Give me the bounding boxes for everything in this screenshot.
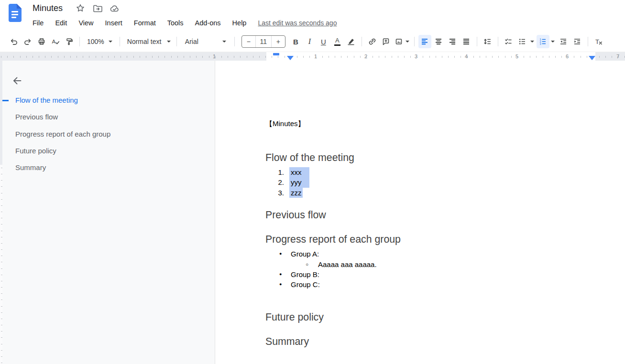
undo-button[interactable] [7,35,20,48]
add-comment-button[interactable] [380,35,393,48]
outline-item-progress-report-of-each-group[interactable]: Progress report of each group [15,130,205,139]
vertical-ruler [0,61,2,364]
outline-item-future-policy[interactable]: Future policy [15,147,205,155]
vertical-ruler-margin [0,61,2,165]
svg-text:A: A [52,39,55,44]
checklist-button[interactable] [502,35,515,48]
numbered-list-item[interactable]: 1.xxx [265,167,600,177]
clear-formatting-button[interactable]: T [592,35,605,48]
right-indent-marker[interactable] [589,56,595,60]
zoom-select[interactable]: 100% [83,35,116,48]
svg-text:T: T [595,38,599,45]
decrease-indent-button[interactable] [557,35,570,48]
increase-indent-button[interactable] [571,35,584,48]
bullet-list-item[interactable]: ●Group B: [265,269,600,279]
highlight-color-button[interactable] [345,35,358,48]
menu-add-ons[interactable]: Add-ons [195,19,221,27]
selected-list-text: yyy [289,177,309,187]
toolbar-divider [588,37,588,46]
redo-button[interactable] [21,35,34,48]
toolbar-divider [414,37,415,46]
google-docs-icon[interactable] [8,4,22,22]
menu-format[interactable]: Format [134,19,156,27]
chevron-down-icon[interactable] [530,41,534,43]
font-family-value: Arial [185,38,198,45]
italic-button[interactable]: I [303,35,316,48]
menu-view[interactable]: View [78,19,93,27]
heading-future-policy[interactable]: Future policy [265,311,600,324]
list-number: 3. [265,188,284,198]
bulleted-list-button[interactable] [516,35,529,48]
bullet-list-item[interactable]: ○Aaaaa aaa aaaaa. [265,259,600,269]
bullet-marker-icon: ● [279,269,282,279]
insert-link-button[interactable] [366,35,379,48]
align-right-button[interactable] [446,35,459,48]
outline-sidebar: Flow of the meetingPrevious flowProgress… [0,61,215,364]
increase-font-size-button[interactable]: + [272,36,285,47]
align-left-button[interactable] [418,35,431,48]
bullet-list-item[interactable]: ●Group C: [265,279,600,289]
last-edit-status[interactable]: Last edit was seconds ago [258,19,337,27]
numbered-list-item[interactable]: 2.yyy [265,177,600,187]
document-title[interactable]: Minutes [33,3,63,13]
toolbar-divider [176,37,177,46]
close-outline-button[interactable] [11,75,23,86]
outline-item-summary[interactable]: Summary [15,163,205,172]
numbered-list: 1.xxx2.yyy3.zzz [265,167,600,198]
decrease-font-size-button[interactable]: − [242,36,255,47]
heading-flow-of-the-meeting[interactable]: Flow of the meeting [265,151,600,164]
bullet-text: Group B: [291,270,319,278]
toolbar-divider [498,37,498,46]
first-line-indent-marker[interactable] [273,53,279,55]
numbered-list-button[interactable]: 123 [537,35,549,48]
star-icon[interactable] [75,4,86,13]
page-content: 【Minutes】 Flow of the meeting 1.xxx2.yyy… [265,61,600,348]
document-canvas[interactable]: 【Minutes】 Flow of the meeting 1.xxx2.yyy… [216,61,625,364]
horizontal-ruler[interactable]: 11234567 [0,52,625,61]
list-number: 1. [265,167,284,177]
justify-button[interactable] [460,35,473,48]
toolbar-divider [234,37,235,46]
print-button[interactable] [35,35,48,48]
paragraph-style-select[interactable]: Normal text [123,35,173,48]
menu-edit[interactable]: Edit [55,19,67,27]
chevron-down-icon [406,41,409,43]
bold-button[interactable]: B [289,35,302,48]
paint-format-button[interactable] [63,35,76,48]
toolbar-divider [120,37,120,46]
move-to-folder-icon[interactable] [92,4,103,13]
chevron-down-icon[interactable] [551,41,555,43]
outline-item-flow-of-the-meeting[interactable]: Flow of the meeting [15,96,205,105]
menu-help[interactable]: Help [232,19,247,27]
heading-previous-flow[interactable]: Previous flow [265,209,600,222]
align-center-button[interactable] [432,35,445,48]
text-color-bar [334,44,340,46]
font-family-select[interactable]: Arial [180,35,231,48]
spelling-check-button[interactable]: A [49,35,62,48]
text-color-button[interactable]: A [331,35,344,48]
chevron-down-icon [222,41,226,43]
cloud-saved-icon[interactable] [110,4,120,13]
heading-progress-report[interactable]: Progress report of each group [265,233,600,246]
selected-list-text: zzz [289,188,303,198]
menu-insert[interactable]: Insert [105,19,122,27]
active-heading-indicator [2,100,9,101]
ruler-number: 1 [314,54,317,59]
left-indent-marker[interactable] [287,56,294,60]
ruler-number: 1 [213,54,216,59]
numbered-list-item[interactable]: 3.zzz [265,188,600,198]
bullet-list-item[interactable]: ●Group A: [265,249,600,259]
heading-summary[interactable]: Summary [265,335,600,348]
font-size-control: − 11 + [241,35,285,48]
menu-file[interactable]: File [33,19,44,27]
format-toolbar: A 100% Normal text Arial − 11 + B I U A [0,32,625,52]
menu-items: FileEditViewInsertFormatToolsAdd-onsHelp [33,19,246,27]
outline-item-previous-flow[interactable]: Previous flow [15,113,205,121]
doc-tag-line[interactable]: 【Minutes】 [265,119,600,128]
font-size-input[interactable]: 11 [255,36,272,47]
insert-image-button[interactable] [394,35,410,48]
menu-tools[interactable]: Tools [167,19,184,27]
underline-button[interactable]: U [317,35,330,48]
bullet-text: Group C: [291,280,320,289]
line-spacing-button[interactable] [481,35,494,48]
